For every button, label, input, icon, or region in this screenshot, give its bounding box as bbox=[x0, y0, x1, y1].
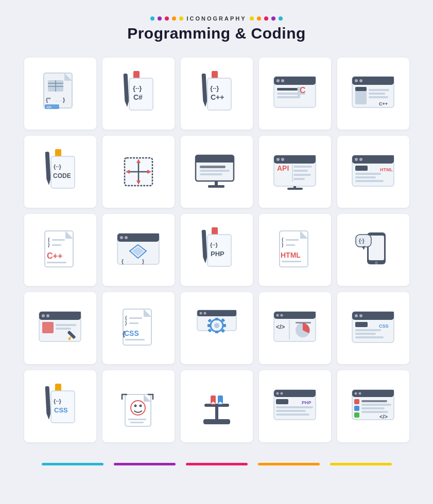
icon-card-24[interactable]: PHP bbox=[259, 370, 331, 442]
svg-point-83 bbox=[355, 158, 358, 161]
icon-card-3[interactable]: {··} C++ bbox=[181, 58, 253, 130]
svg-rect-66 bbox=[208, 185, 224, 188]
svg-rect-216 bbox=[354, 412, 359, 418]
icon-card-8[interactable] bbox=[181, 136, 253, 208]
icon-card-18[interactable] bbox=[181, 292, 253, 364]
icon-card-14[interactable]: { } HTML bbox=[259, 214, 331, 286]
icon-card-7[interactable] bbox=[102, 136, 175, 208]
svg-text:}: } bbox=[142, 259, 144, 264]
svg-rect-129 bbox=[46, 312, 81, 316]
icon-css-file: {··} CSS bbox=[37, 383, 83, 429]
svg-rect-40 bbox=[355, 87, 367, 91]
svg-point-71 bbox=[281, 158, 284, 161]
icon-card-12[interactable]: { · · · } bbox=[102, 214, 175, 286]
icon-card-1[interactable]: {" —— } </> bbox=[24, 58, 96, 130]
svg-rect-194 bbox=[204, 404, 229, 407]
svg-rect-94 bbox=[52, 244, 61, 246]
icon-card-19[interactable]: </> bbox=[259, 292, 331, 364]
svg-text:CSS: CSS bbox=[379, 323, 389, 329]
icon-card-20[interactable]: CSS bbox=[337, 292, 409, 364]
icon-card-13[interactable]: {··} PHP bbox=[181, 214, 253, 286]
svg-text:{: { bbox=[282, 237, 284, 242]
svg-rect-96 bbox=[47, 262, 66, 263]
icon-card-6[interactable]: {··} CODE bbox=[24, 136, 96, 208]
svg-marker-20 bbox=[203, 101, 207, 107]
svg-point-130 bbox=[42, 314, 45, 317]
svg-text:{··}: {··} bbox=[54, 164, 61, 170]
svg-point-131 bbox=[46, 314, 49, 317]
svg-point-38 bbox=[359, 79, 362, 82]
svg-rect-205 bbox=[276, 406, 313, 408]
svg-rect-36 bbox=[359, 77, 394, 81]
svg-rect-75 bbox=[293, 178, 305, 180]
icon-card-11[interactable]: { } C++ bbox=[24, 214, 96, 286]
svg-rect-118 bbox=[286, 244, 295, 246]
icon-card-21[interactable]: {··} CSS bbox=[24, 370, 96, 442]
svg-rect-176 bbox=[355, 333, 376, 335]
icon-card-22[interactable] bbox=[102, 370, 175, 442]
svg-text:PHP: PHP bbox=[302, 400, 311, 405]
icon-card-15[interactable]: {·} bbox=[337, 214, 409, 286]
svg-text:CSS: CSS bbox=[124, 329, 139, 337]
page-header: ICONOGRAPHY Programming & Coding bbox=[127, 15, 306, 42]
svg-point-28 bbox=[281, 79, 284, 82]
svg-text:{: { bbox=[123, 330, 125, 337]
svg-rect-144 bbox=[125, 339, 145, 340]
icon-card-23[interactable] bbox=[181, 370, 253, 442]
svg-rect-147 bbox=[204, 310, 236, 313]
icon-card-25[interactable]: </> bbox=[337, 370, 409, 442]
icon-card-10[interactable]: HTML bbox=[337, 136, 409, 208]
icon-card-2[interactable]: {··} C# bbox=[102, 58, 175, 130]
icon-card-5[interactable]: C++ bbox=[337, 58, 409, 130]
svg-rect-12 bbox=[124, 74, 129, 102]
svg-rect-171 bbox=[359, 312, 394, 316]
svg-point-149 bbox=[203, 312, 206, 314]
page-title: Programming & Coding bbox=[127, 25, 306, 42]
svg-text:CODE: CODE bbox=[53, 172, 71, 179]
brand-dot-5 bbox=[179, 16, 183, 21]
brand-dot-4 bbox=[172, 16, 176, 21]
svg-text:{··}: {··} bbox=[210, 84, 219, 92]
svg-rect-132 bbox=[42, 322, 54, 333]
svg-rect-92 bbox=[52, 239, 65, 241]
svg-rect-99 bbox=[125, 233, 159, 238]
svg-rect-168 bbox=[296, 322, 311, 323]
svg-rect-82 bbox=[359, 155, 394, 159]
icon-card-16[interactable] bbox=[24, 292, 96, 364]
icon-settings bbox=[194, 305, 240, 351]
svg-rect-19 bbox=[202, 74, 207, 102]
brand-dot-10 bbox=[279, 16, 283, 21]
brand-bar: ICONOGRAPHY bbox=[127, 15, 306, 22]
svg-point-70 bbox=[276, 158, 280, 161]
svg-rect-175 bbox=[355, 329, 381, 331]
icon-card-4[interactable]: C bbox=[259, 58, 331, 130]
icon-web-code: </> bbox=[272, 305, 318, 351]
svg-rect-215 bbox=[354, 406, 359, 411]
svg-rect-120 bbox=[282, 261, 301, 262]
svg-text:{: { bbox=[48, 237, 50, 242]
svg-rect-162 bbox=[281, 312, 316, 315]
icon-expand bbox=[115, 149, 162, 195]
svg-rect-29 bbox=[277, 88, 298, 91]
svg-text:}: } bbox=[282, 242, 284, 247]
svg-rect-139 bbox=[129, 317, 142, 319]
svg-rect-26 bbox=[281, 77, 316, 81]
icon-card-9[interactable]: API bbox=[259, 136, 331, 208]
icon-c-browser: C bbox=[272, 70, 318, 117]
svg-text:{··}: {··} bbox=[54, 398, 61, 404]
footer-bar-5 bbox=[330, 463, 392, 465]
svg-text:C#: C# bbox=[133, 93, 143, 101]
svg-rect-72 bbox=[293, 166, 312, 168]
icon-monitor bbox=[194, 149, 240, 195]
icon-code-file: {" —— } </> bbox=[37, 70, 83, 117]
svg-rect-73 bbox=[293, 170, 308, 172]
svg-rect-217 bbox=[361, 400, 387, 402]
icon-card-17[interactable]: { } CSS { bbox=[102, 292, 175, 364]
svg-point-212 bbox=[355, 392, 357, 395]
brand-dot-8 bbox=[264, 16, 268, 21]
svg-rect-214 bbox=[354, 399, 359, 404]
svg-point-84 bbox=[359, 158, 362, 161]
svg-point-188 bbox=[134, 405, 137, 407]
svg-point-202 bbox=[276, 392, 279, 395]
icon-grid: {" —— } </> {··} C bbox=[24, 58, 409, 442]
